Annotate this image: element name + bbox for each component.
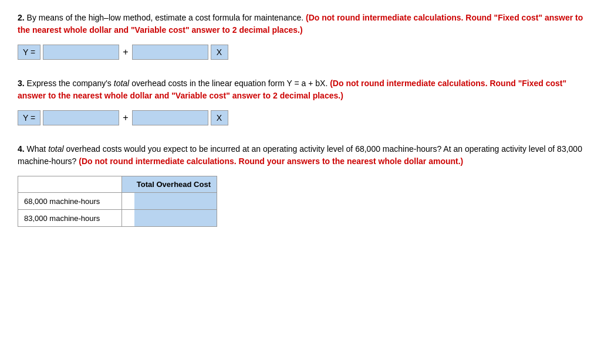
table-overhead-cost-header: Total Overhead Cost xyxy=(121,176,217,193)
question-4-text: 4. What total overhead costs would you e… xyxy=(18,143,583,168)
q2-y-equals: Y = xyxy=(18,45,40,60)
q2-formula-row: Y = + X xyxy=(18,45,583,60)
row-83k-value-input[interactable] xyxy=(134,210,217,226)
question-2: 2. By means of the high–low method, esti… xyxy=(18,12,583,60)
overhead-cost-table: Total Overhead Cost 68,000 machine-hours… xyxy=(18,176,217,227)
table-empty-header xyxy=(18,176,122,193)
q2-number: 2. xyxy=(18,13,25,22)
row-83k-input-cell xyxy=(121,210,217,227)
q4-number: 4. xyxy=(18,144,25,154)
q4-instruction: (Do not round intermediate calculations.… xyxy=(79,157,463,166)
row-83k-label: 83,000 machine-hours xyxy=(18,210,122,227)
question-3: 3. Express the company's total overhead … xyxy=(18,77,583,125)
q3-text-middle: overhead costs in the linear equation fo… xyxy=(131,79,286,88)
q3-fixed-cost-input[interactable] xyxy=(43,110,119,125)
table-row: 68,000 machine-hours xyxy=(18,193,217,210)
q2-plus: + xyxy=(121,47,129,57)
row-68k-label: 68,000 machine-hours xyxy=(18,193,122,210)
q3-text-before: Express the company's xyxy=(27,79,114,88)
q3-y-equals: Y = xyxy=(18,110,40,125)
q3-variable-cost-input[interactable] xyxy=(132,110,208,125)
q2-text-before: By means of the high–low method, estimat… xyxy=(27,13,306,22)
q4-total-word: total xyxy=(48,144,63,154)
q3-plus: + xyxy=(121,113,129,123)
q2-fixed-cost-input[interactable] xyxy=(43,45,119,60)
q2-variable-cost-input[interactable] xyxy=(132,45,208,60)
question-4: 4. What total overhead costs would you e… xyxy=(18,143,583,227)
q3-formula-row: Y = + X xyxy=(18,110,583,125)
row-68k-input-cell xyxy=(121,193,217,210)
question-3-text: 3. Express the company's total overhead … xyxy=(18,77,583,102)
q3-number: 3. xyxy=(18,79,25,88)
q2-x-label: X xyxy=(211,45,228,60)
q3-x-label: X xyxy=(211,110,228,125)
q3-total-word: total xyxy=(114,79,129,88)
question-2-text: 2. By means of the high–low method, esti… xyxy=(18,12,583,36)
table-row: 83,000 machine-hours xyxy=(18,210,217,227)
q3-equation: Y = a + bX. xyxy=(286,79,327,88)
row-68k-value-input[interactable] xyxy=(134,193,217,209)
q4-text-before: What xyxy=(27,144,49,154)
